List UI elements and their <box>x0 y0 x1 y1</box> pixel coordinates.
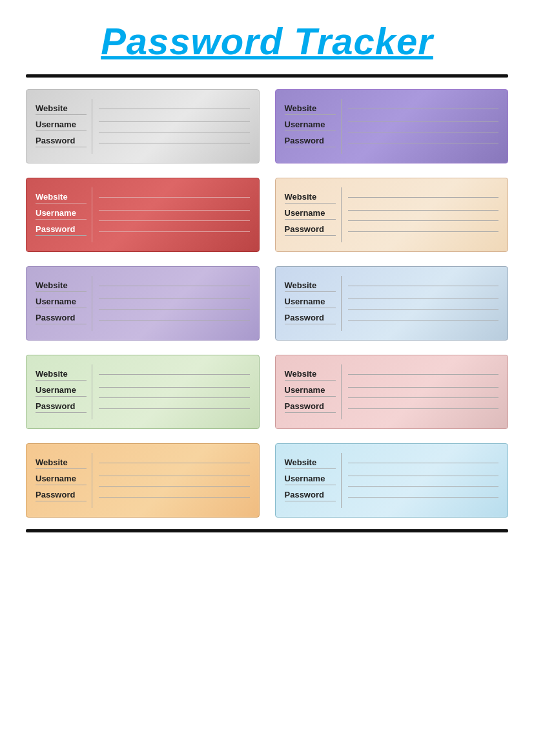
card-3-input-4 <box>99 231 250 232</box>
bottom-rule <box>26 529 508 532</box>
card-3-password-label: Password <box>36 220 87 236</box>
card-8-inputs <box>348 364 499 419</box>
card-6-input-2 <box>348 299 499 299</box>
card-10-input-4 <box>348 497 499 498</box>
card-4: Website Username Password <box>275 178 509 252</box>
card-5-username-label: Username <box>36 292 87 308</box>
card-2-labels: Website Username Password <box>285 99 342 154</box>
card-10-input-1 <box>348 463 499 463</box>
card-7-input-2 <box>99 387 250 388</box>
card-1-input-2 <box>99 121 250 122</box>
card-2-password-label: Password <box>285 131 336 147</box>
card-2-input-2 <box>348 121 499 122</box>
card-3-inputs <box>99 187 250 242</box>
card-8: Website Username Password <box>275 355 509 429</box>
card-2-website-label: Website <box>285 99 336 115</box>
card-5-input-1 <box>99 286 250 286</box>
card-1-website-label: Website <box>36 99 87 115</box>
card-10-username-label: Username <box>285 469 336 485</box>
card-1-input-1 <box>99 109 250 109</box>
card-7-website-label: Website <box>36 364 87 381</box>
card-9-labels: Website Username Password <box>36 453 92 508</box>
card-2-input-3 <box>348 132 499 132</box>
card-9-input-1 <box>99 463 250 463</box>
card-3-labels: Website Username Password <box>36 187 92 242</box>
card-1-password-label: Password <box>36 131 87 147</box>
card-7-input-1 <box>99 374 250 375</box>
card-4-username-label: Username <box>285 204 336 220</box>
top-rule <box>26 74 508 78</box>
card-7-username-label: Username <box>36 381 87 397</box>
card-8-labels: Website Username Password <box>285 364 342 419</box>
card-4-inputs <box>348 187 499 242</box>
card-3-username-label: Username <box>36 204 87 220</box>
card-8-input-1 <box>348 374 499 375</box>
card-6-password-label: Password <box>285 308 336 324</box>
card-1: Website Username Password <box>26 89 260 163</box>
card-6-username-label: Username <box>285 292 336 308</box>
card-6-input-1 <box>348 286 499 286</box>
card-4-labels: Website Username Password <box>285 187 342 242</box>
card-9: Website Username Password <box>26 443 260 518</box>
card-4-password-label: Password <box>285 220 336 236</box>
card-8-input-3 <box>348 397 499 398</box>
page: Password Tracker Website Username Passwo… <box>0 0 534 756</box>
card-10-labels: Website Username Password <box>285 453 342 508</box>
card-8-password-label: Password <box>285 397 336 413</box>
card-6-input-4 <box>348 320 499 320</box>
card-9-inputs <box>99 453 250 508</box>
card-7-input-4 <box>99 408 250 409</box>
card-5-password-label: Password <box>36 308 87 324</box>
card-3: Website Username Password <box>26 178 260 252</box>
card-9-username-label: Username <box>36 469 87 485</box>
card-10-input-3 <box>348 486 499 487</box>
card-9-input-4 <box>99 497 250 498</box>
card-4-input-2 <box>348 210 499 211</box>
card-2-inputs <box>348 99 499 154</box>
card-8-website-label: Website <box>285 364 336 381</box>
card-2: Website Username Password <box>275 89 509 163</box>
card-8-input-4 <box>348 408 499 409</box>
page-title-container: Password Tracker <box>26 13 508 63</box>
card-3-input-1 <box>99 197 250 198</box>
card-6-inputs <box>348 276 499 331</box>
card-1-labels: Website Username Password <box>36 99 92 154</box>
card-5-website-label: Website <box>36 276 87 292</box>
card-3-input-2 <box>99 210 250 211</box>
card-10-inputs <box>348 453 499 508</box>
card-9-password-label: Password <box>36 485 87 501</box>
card-7-input-3 <box>99 397 250 398</box>
card-1-inputs <box>99 99 250 154</box>
card-4-input-1 <box>348 197 499 198</box>
card-5-inputs <box>99 276 250 331</box>
card-10-input-2 <box>348 476 499 476</box>
card-4-input-4 <box>348 231 499 232</box>
cards-grid: Website Username Password <box>26 89 508 518</box>
card-7-labels: Website Username Password <box>36 364 92 419</box>
card-1-input-3 <box>99 132 250 132</box>
card-7: Website Username Password <box>26 355 260 429</box>
card-6-labels: Website Username Password <box>285 276 342 331</box>
card-6-website-label: Website <box>285 276 336 292</box>
card-7-password-label: Password <box>36 397 87 413</box>
card-4-website-label: Website <box>285 187 336 204</box>
card-8-username-label: Username <box>285 381 336 397</box>
card-3-website-label: Website <box>36 187 87 204</box>
card-2-username-label: Username <box>285 115 336 131</box>
card-6: Website Username Password <box>275 266 509 341</box>
card-1-input-4 <box>99 143 250 143</box>
card-10: Website Username Password <box>275 443 509 518</box>
card-3-input-3 <box>99 220 250 221</box>
card-9-input-2 <box>99 476 250 476</box>
card-5-input-2 <box>99 299 250 299</box>
card-4-input-3 <box>348 220 499 221</box>
card-5-labels: Website Username Password <box>36 276 92 331</box>
card-5: Website Username Password <box>26 266 260 341</box>
card-8-input-2 <box>348 387 499 388</box>
card-9-website-label: Website <box>36 453 87 469</box>
card-2-input-1 <box>348 109 499 109</box>
page-title: Password Tracker <box>26 19 508 63</box>
card-9-input-3 <box>99 486 250 487</box>
card-7-inputs <box>99 364 250 419</box>
card-5-input-4 <box>99 320 250 320</box>
